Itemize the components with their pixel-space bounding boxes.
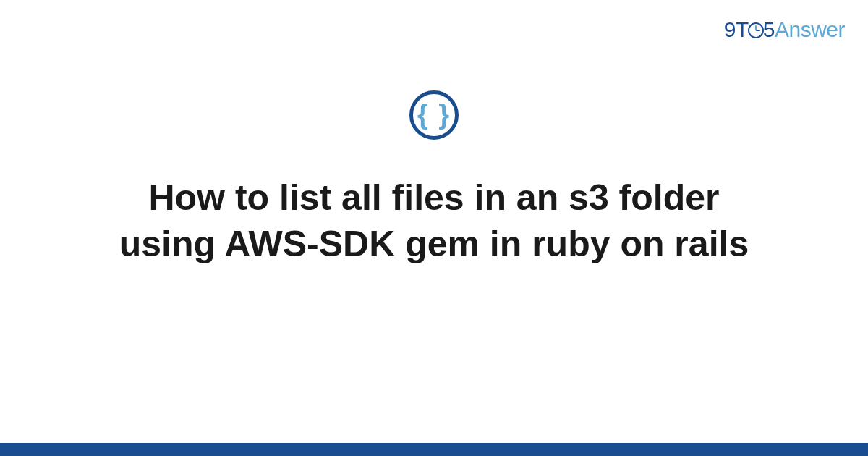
- logo-t: T: [736, 17, 749, 41]
- question-title: How to list all files in an s3 folder us…: [87, 174, 781, 267]
- footer-bar: [0, 443, 868, 456]
- site-logo: 9T5Answer: [724, 17, 845, 42]
- logo-nine: 9: [724, 17, 736, 41]
- main-content: { } How to list all files in an s3 folde…: [0, 90, 868, 267]
- code-braces-icon: { }: [409, 90, 459, 140]
- logo-five: 5: [763, 17, 775, 41]
- braces-glyph: { }: [417, 101, 451, 128]
- clock-icon: [748, 22, 764, 38]
- logo-answer: Answer: [775, 17, 845, 41]
